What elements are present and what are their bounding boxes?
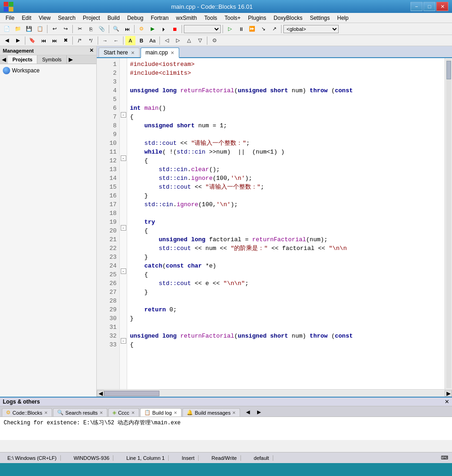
- hscroll-track[interactable]: [104, 390, 445, 397]
- sidebar-prev-arrow[interactable]: ◀: [0, 55, 8, 64]
- undo-button[interactable]: ↩: [49, 24, 59, 34]
- dedent-btn[interactable]: ←: [111, 36, 121, 45]
- case-btn[interactable]: Aa: [147, 36, 158, 45]
- bottom-prev-arrow[interactable]: ◀: [243, 407, 253, 416]
- menu-project[interactable]: Project: [79, 14, 104, 22]
- bottom-tab-cccc[interactable]: ◈ Cccc ✕: [108, 408, 139, 416]
- menu-edit[interactable]: Edit: [18, 14, 35, 22]
- paste-button[interactable]: 📎: [97, 24, 107, 34]
- menu-tools[interactable]: Tools: [200, 14, 221, 22]
- bold-btn[interactable]: B: [136, 36, 147, 45]
- bottom-tab-buildmsg-close[interactable]: ✕: [232, 411, 236, 415]
- find-button[interactable]: 🔍: [111, 24, 121, 34]
- bottom-tab-search[interactable]: 🔍 Search results ✕: [53, 408, 107, 416]
- sidebar-tab-symbols[interactable]: Symbols: [37, 55, 66, 64]
- code-line-11: while( !(std::cin >>num) || (num<1) ): [127, 148, 445, 156]
- debug-step-btn[interactable]: ↘: [258, 24, 268, 34]
- editor-scrollbar[interactable]: [445, 58, 452, 389]
- bottom-tab-cccc-close[interactable]: ✕: [131, 411, 135, 415]
- nav-back-btn[interactable]: ◀: [2, 36, 12, 45]
- bottom-tab-buildlog-close[interactable]: ✕: [174, 411, 177, 415]
- prev-bookmark-btn[interactable]: ⏮: [38, 36, 48, 45]
- bottom-tab-codeblocks-close[interactable]: ✕: [44, 411, 48, 415]
- nav-fwd-btn[interactable]: ▶: [13, 36, 23, 45]
- tab-start-here-close[interactable]: ✕: [131, 50, 135, 55]
- menu-fortran[interactable]: Fortran: [147, 14, 172, 22]
- menu-help[interactable]: Help: [334, 14, 352, 22]
- clear-bookmark-btn[interactable]: ✖: [60, 36, 70, 45]
- fold-btn-20[interactable]: -: [121, 225, 126, 231]
- build-run-btn[interactable]: ⏵: [158, 24, 169, 34]
- cursor-left-btn[interactable]: ◁: [162, 36, 172, 45]
- menu-debug[interactable]: Debug: [123, 14, 147, 22]
- hscroll-thumb[interactable]: [104, 391, 159, 396]
- build-btn[interactable]: ⚙: [136, 24, 147, 34]
- indent-btn[interactable]: →: [100, 36, 110, 45]
- maximize-button[interactable]: □: [423, 2, 435, 11]
- menu-tools-plus[interactable]: Tools+: [221, 14, 244, 22]
- code-content[interactable]: #include<iostream> #include<climits> uns…: [127, 58, 445, 389]
- fold-btn-33[interactable]: -: [121, 338, 126, 344]
- macro-btn[interactable]: ⊙: [209, 36, 219, 45]
- menu-build[interactable]: Build: [104, 14, 123, 22]
- ln-32: 32: [97, 332, 119, 340]
- select-highlight-btn[interactable]: A: [125, 36, 135, 45]
- debug-out-btn[interactable]: ↗: [269, 24, 279, 34]
- debug-next-btn[interactable]: ⏩: [247, 24, 257, 34]
- save-button[interactable]: 💾: [24, 24, 34, 34]
- menu-settings[interactable]: Settings: [306, 14, 333, 22]
- scrollbar-thumb[interactable]: [446, 61, 451, 79]
- comment-btn[interactable]: /*: [75, 36, 85, 45]
- stop-btn[interactable]: ⏹: [170, 24, 180, 34]
- bookmark-btn[interactable]: 🔖: [27, 36, 37, 45]
- fold-btn-25[interactable]: -: [121, 268, 126, 274]
- debug-stop-btn[interactable]: ⏸: [236, 24, 246, 34]
- fold-btn-12[interactable]: -: [121, 155, 126, 161]
- sidebar-tab-projects[interactable]: Projects: [8, 55, 37, 64]
- menu-doxyblocks[interactable]: DoxyBlocks: [270, 14, 306, 22]
- sidebar-next-arrow[interactable]: ▶: [67, 55, 75, 64]
- tab-main-cpp-close[interactable]: ✕: [170, 50, 174, 55]
- bottom-tab-buildlog[interactable]: 📋 Build log ✕: [140, 408, 182, 416]
- tab-start-here[interactable]: Start here ✕: [99, 48, 140, 57]
- menu-search[interactable]: Search: [54, 14, 79, 22]
- new-button[interactable]: 📄: [2, 24, 12, 34]
- cursor-down-btn[interactable]: ▽: [195, 36, 205, 45]
- cursor-up-btn[interactable]: △: [184, 36, 194, 45]
- target-combo[interactable]: [184, 25, 221, 33]
- bottom-tab-buildmsg[interactable]: 🔔 Build messages ✕: [182, 408, 241, 416]
- debug-btn[interactable]: ▷: [225, 24, 235, 34]
- sidebar-close-icon[interactable]: ✕: [89, 48, 94, 54]
- next-bookmark-btn[interactable]: ⏭: [49, 36, 59, 45]
- open-button[interactable]: 📁: [13, 24, 23, 34]
- minimize-button[interactable]: −: [411, 2, 423, 11]
- bottom-panel-close-icon[interactable]: ✕: [445, 399, 449, 405]
- copy-button[interactable]: ⎘: [86, 24, 96, 34]
- bottom-tab-codeblocks[interactable]: ⚙ Code::Blocks ✕: [2, 408, 52, 416]
- code-line-9: [127, 130, 445, 139]
- scrollbar-track[interactable]: [446, 59, 452, 388]
- tab-main-cpp[interactable]: main.cpp ✕: [141, 48, 180, 58]
- bottom-tab-search-close[interactable]: ✕: [100, 411, 103, 415]
- cut-button[interactable]: ✂: [75, 24, 85, 34]
- fold-btn-7[interactable]: -: [121, 112, 126, 118]
- ln-14: 14: [97, 174, 119, 183]
- menu-plugins[interactable]: Plugins: [244, 14, 270, 22]
- bottom-next-arrow[interactable]: ▶: [254, 407, 264, 416]
- uncomment-btn[interactable]: */: [86, 36, 96, 45]
- bottom-panel-content: Checking for existence: E:\练习\52 动态内存管理\…: [0, 417, 452, 440]
- code-editor[interactable]: 1 2 3 4 5 6 7 8 9 10 11 12 13 14 15 16 1…: [97, 58, 452, 389]
- scroll-right-btn[interactable]: ▶: [445, 390, 452, 397]
- global-combo[interactable]: <global>: [283, 25, 339, 33]
- find-next-button[interactable]: ⏭: [122, 24, 132, 34]
- menu-wxsmith[interactable]: wxSmith: [172, 14, 200, 22]
- menu-file[interactable]: File: [2, 14, 18, 22]
- redo-button[interactable]: ↪: [60, 24, 70, 34]
- menu-view[interactable]: View: [35, 14, 54, 22]
- cursor-right-btn[interactable]: ▷: [173, 36, 183, 45]
- close-button[interactable]: ✕: [436, 2, 448, 11]
- workspace-item[interactable]: Workspace: [3, 67, 94, 74]
- run-btn[interactable]: ▶: [147, 24, 158, 34]
- scroll-left-btn[interactable]: ◀: [97, 390, 104, 397]
- save-all-button[interactable]: 📋: [35, 24, 45, 34]
